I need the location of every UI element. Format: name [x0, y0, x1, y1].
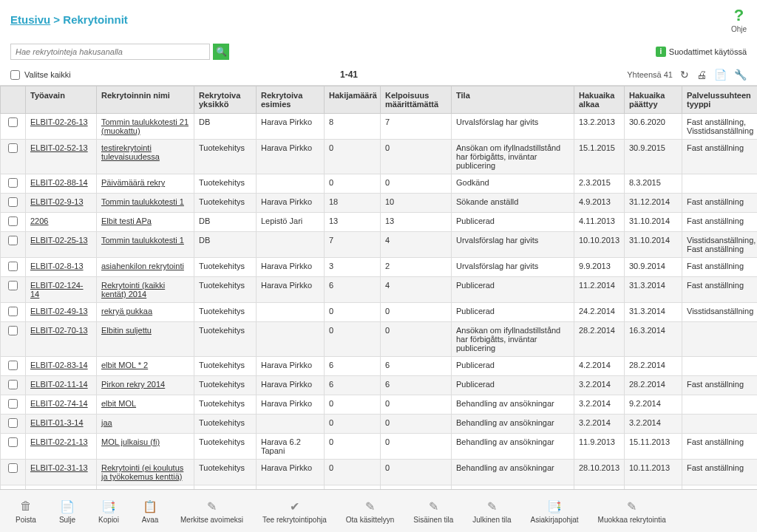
bottom-sulje-button[interactable]: 📄Sulje	[49, 495, 86, 527]
row-checkbox[interactable]	[8, 307, 18, 316]
table-row[interactable]: ELBIT-02-9-13Tommin taulukkotesti 1Tuote…	[1, 194, 758, 213]
table-row[interactable]: ELBIT-01-3-14jaaTuotekehitys00Behandling…	[1, 415, 758, 434]
table-row[interactable]: ELBIT-02-26-13Tommin taulukkotesti 21 (m…	[1, 114, 758, 140]
bottom-tee-button[interactable]: ✔Tee rekrytointipohja	[255, 495, 334, 527]
row-checkbox[interactable]	[8, 326, 18, 335]
refresh-icon[interactable]: ↻	[680, 69, 689, 81]
row-checkbox[interactable]	[8, 143, 18, 153]
row-checkbox[interactable]	[8, 117, 18, 127]
col-nimi[interactable]: Rekrytoinnin nimi	[97, 86, 194, 114]
print-icon[interactable]: 🖨	[696, 69, 707, 81]
col-hakija[interactable]: Hakijamäärä	[325, 86, 381, 114]
cell-yksikko: Tuotekehitys	[194, 322, 257, 357]
export-icon[interactable]: 📄	[714, 69, 727, 81]
total-label: Yhteensä 41	[627, 70, 673, 79]
select-all-checkbox[interactable]	[10, 70, 20, 80]
cell-tyyppi: Fast anställning, Visstidsanställning	[682, 114, 758, 140]
table-row[interactable]: ELBIT-02-31-13Rekrytointi (ei koulutus j…	[1, 460, 758, 485]
bottom-kopioi-button[interactable]: 📑Kopioi	[90, 495, 127, 527]
row-checkbox[interactable]	[8, 361, 18, 370]
bottom-julkinen-button[interactable]: ✎Julkinen tila	[465, 495, 518, 527]
cell-kelp: 0	[381, 303, 452, 322]
search-button[interactable]: 🔍	[213, 44, 229, 60]
avaa-icon: 📋	[142, 498, 158, 514]
select-all[interactable]: Valitse kaikki	[10, 70, 71, 80]
cell-paattyy: 30.6.2020	[625, 114, 682, 140]
row-checkbox[interactable]	[8, 463, 18, 473]
table-row[interactable]: ELBIT-02-70-13Elbitin suljettuTuotekehit…	[1, 322, 758, 357]
cell-tila: Publicerad	[452, 213, 574, 232]
table-row[interactable]: ELBIT-02-83-14 elbit MOL * 2Tuotekehitys…	[1, 357, 758, 376]
cell-hakija: 3	[325, 258, 381, 277]
breadcrumb-sep: >	[53, 13, 60, 26]
col-kelp[interactable]: Kelpoisuus määrittämättä	[381, 86, 452, 114]
col-tyyppi[interactable]: Palvelussuhteen tyyppi	[682, 86, 758, 114]
bottom-ota-button[interactable]: ✎Ota käsittelyyn	[339, 495, 402, 527]
row-checkbox[interactable]	[8, 437, 18, 447]
search-icon: 🔍	[216, 47, 227, 57]
bottom-muokkaa-button[interactable]: ✎Muokkaa rekrytointia	[591, 495, 673, 527]
cell-alkaa: 28.10.2013	[574, 460, 625, 485]
row-checkbox[interactable]	[8, 262, 18, 271]
cell-yksikko: Tuotekehitys	[194, 303, 257, 322]
bottom-asiakirja-button[interactable]: 📑Asiakirjapohjat	[523, 495, 586, 527]
row-checkbox[interactable]	[8, 281, 18, 290]
cell-kelp: 0	[381, 395, 452, 415]
breadcrumb-home[interactable]: Etusivu	[10, 13, 50, 26]
table-row[interactable]: ELBIT-02-21-13MOL julkaisu (fi)Tuotekehi…	[1, 434, 758, 460]
cell-paattyy: 30.9.2015	[625, 140, 682, 174]
table-row[interactable]: ELBIT-02-11-14Pirkon rekry 2014Tuotekehi…	[1, 376, 758, 395]
row-checkbox[interactable]	[8, 399, 18, 409]
row-checkbox[interactable]	[8, 418, 18, 428]
table-row[interactable]: ELBIT-02-52-13testirekrytointi tulevaisu…	[1, 140, 758, 174]
cell-tyoavain: ELBIT-02-49-13	[26, 303, 97, 322]
cell-esimies: Harava Pirkko	[257, 140, 325, 174]
cell-hakija: 13	[325, 213, 381, 232]
filters-active-badge[interactable]: i Suodattimet käytössä	[656, 47, 747, 57]
table-row[interactable]: ELBIT-02-25-13Tommin taulukkotesti 1DB74…	[1, 232, 758, 258]
cell-nimi: Rekrytointi (ei koulutus ja työkokemus k…	[97, 460, 194, 485]
row-checkbox[interactable]	[8, 178, 18, 188]
cell-tyyppi: Fast anställning	[682, 140, 758, 174]
col-alkaa[interactable]: Hakuaika alkaa	[574, 86, 625, 114]
table-row[interactable]: ELBIT-02-49-13rekryä pukkaaTuotekehitys0…	[1, 303, 758, 322]
bottom-avaa-button[interactable]: 📋Avaa	[132, 495, 169, 527]
cell-kelp: 7	[381, 114, 452, 140]
table-row[interactable]: ELBIT-02-8-13asiahenkilon rekrytointiTuo…	[1, 258, 758, 277]
col-esimies[interactable]: Rekrytoiva esimies	[257, 86, 325, 114]
col-tyoavain[interactable]: Työavain	[26, 86, 97, 114]
cell-hakija: 6	[325, 376, 381, 395]
search-input[interactable]	[10, 44, 210, 60]
cell-paattyy: 31.10.2014	[625, 232, 682, 258]
help-button[interactable]: ? Ohje	[731, 6, 747, 33]
table-row[interactable]: ELBIT-02-124-14Rekrytointi (kaikki kentä…	[1, 277, 758, 303]
cell-esimies: Harava Pirkko	[257, 376, 325, 395]
cell-esimies: Harava Pirkko	[257, 395, 325, 415]
cell-tila: Publicerad	[452, 277, 574, 303]
row-checkbox[interactable]	[8, 216, 18, 226]
cell-hakija: 18	[325, 194, 381, 213]
settings-icon[interactable]: 🔧	[734, 69, 747, 81]
cell-hakija: 0	[325, 395, 381, 415]
table-row[interactable]: ELBIT-02-88-14Päivämäärä rekryTuotekehit…	[1, 174, 758, 194]
cell-yksikko: Tuotekehitys	[194, 434, 257, 460]
merkitse-icon: ✎	[204, 498, 220, 514]
table-row[interactable]: ELBIT-02-74-14elbit MOLTuotekehitysHarav…	[1, 395, 758, 415]
bottom-sisainen-button[interactable]: ✎Sisäinen tila	[406, 495, 461, 527]
col-yksikko[interactable]: Rekrytoiva yksikkö	[194, 86, 257, 114]
cell-nimi: Elbitin suljettu	[97, 322, 194, 357]
cell-yksikko: Tuotekehitys	[194, 277, 257, 303]
sisainen-icon: ✎	[425, 498, 441, 514]
row-checkbox[interactable]	[8, 380, 18, 389]
col-paattyy[interactable]: Hakuaika päättyy	[625, 86, 682, 114]
row-checkbox[interactable]	[8, 236, 18, 245]
row-checkbox[interactable]	[8, 197, 18, 207]
bottom-merkitse-button[interactable]: ✎Merkitse avoimeksi	[173, 495, 251, 527]
info-icon: i	[656, 47, 666, 57]
cell-tila: Publicerad	[452, 357, 574, 376]
cell-nimi: elbit MOL	[97, 395, 194, 415]
bottom-poista-button[interactable]: 🗑Poista	[7, 495, 44, 527]
cell-paattyy: 3.2.2014	[625, 415, 682, 434]
col-tila[interactable]: Tila	[452, 86, 574, 114]
table-row[interactable]: 2206Elbit testi APaDBLepistö Jari1313Pub…	[1, 213, 758, 232]
